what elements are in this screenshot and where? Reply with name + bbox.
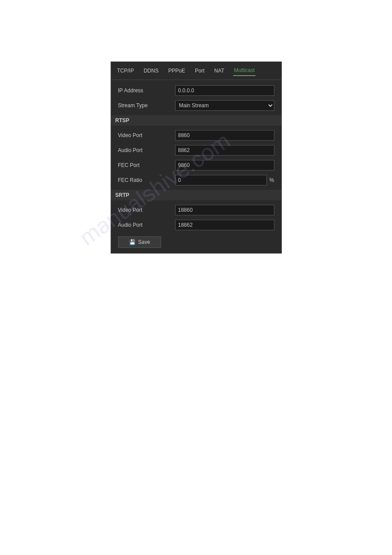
save-button[interactable]: 💾 Save	[118, 236, 161, 248]
srtp-video-port-row: Video Port	[118, 205, 274, 215]
panel-content: IP Address Stream Type Main Stream Sub S…	[111, 80, 281, 253]
srtp-section-header: SRTP	[111, 190, 281, 200]
ip-address-row: IP Address	[118, 85, 274, 96]
tab-ddns[interactable]: DDNS	[143, 66, 159, 76]
stream-type-select[interactable]: Main Stream Sub Stream	[175, 100, 274, 111]
stream-type-label: Stream Type	[118, 102, 175, 109]
tab-bar: TCP/IP DDNS PPPoE Port NAT Multicast	[111, 62, 281, 80]
settings-panel: TCP/IP DDNS PPPoE Port NAT Multicast IP …	[111, 62, 282, 254]
save-icon: 💾	[129, 239, 136, 245]
tab-port[interactable]: Port	[194, 66, 205, 76]
srtp-audio-port-row: Audio Port	[118, 220, 274, 230]
rtsp-fec-ratio-input[interactable]	[175, 175, 267, 185]
ip-address-input[interactable]	[175, 85, 274, 96]
ip-address-label: IP Address	[118, 87, 175, 94]
rtsp-fec-port-label: FEC Port	[118, 162, 175, 168]
tab-multicast[interactable]: Multicast	[233, 65, 255, 76]
srtp-video-port-label: Video Port	[118, 207, 175, 213]
srtp-audio-port-label: Audio Port	[118, 222, 175, 228]
tab-pppoe[interactable]: PPPoE	[167, 66, 186, 76]
rtsp-video-port-label: Video Port	[118, 132, 175, 138]
srtp-audio-port-input[interactable]	[175, 220, 274, 230]
rtsp-audio-port-row: Audio Port	[118, 145, 274, 156]
rtsp-fec-port-row: FEC Port	[118, 160, 274, 170]
percent-unit: %	[270, 177, 274, 183]
tab-nat[interactable]: NAT	[213, 66, 225, 76]
tab-tcpip[interactable]: TCP/IP	[116, 66, 135, 76]
rtsp-fec-ratio-row: FEC Ratio %	[118, 175, 274, 185]
rtsp-video-port-row: Video Port	[118, 130, 274, 141]
rtsp-audio-port-input[interactable]	[175, 145, 274, 156]
srtp-video-port-input[interactable]	[175, 205, 274, 215]
rtsp-audio-port-label: Audio Port	[118, 147, 175, 153]
rtsp-fec-ratio-label: FEC Ratio	[118, 177, 175, 183]
rtsp-section-header: RTSP	[111, 115, 281, 126]
stream-type-row: Stream Type Main Stream Sub Stream	[118, 100, 274, 111]
rtsp-fec-port-input[interactable]	[175, 160, 274, 170]
rtsp-video-port-input[interactable]	[175, 130, 274, 141]
save-label: Save	[138, 239, 150, 245]
save-row: 💾 Save	[118, 236, 274, 248]
